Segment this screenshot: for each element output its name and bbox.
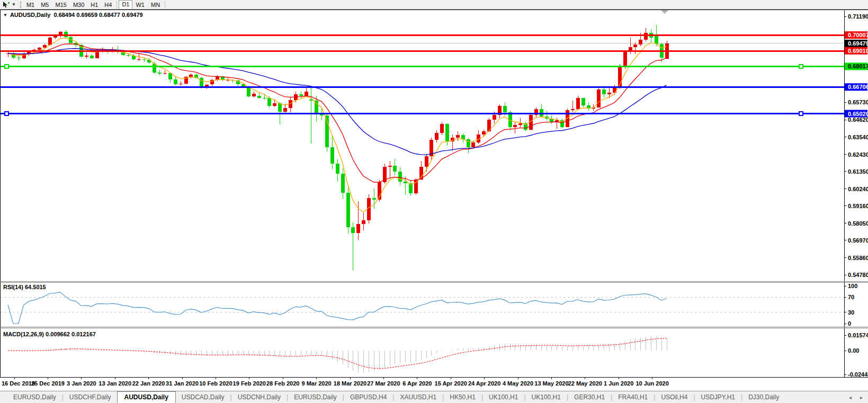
symbol-label: AUDUSD,Daily bbox=[10, 12, 50, 18]
svg-text:0.63540: 0.63540 bbox=[848, 134, 868, 140]
svg-text:0.56970: 0.56970 bbox=[848, 237, 868, 244]
svg-text:16 Dec 2019: 16 Dec 2019 bbox=[2, 380, 35, 387]
macd-name: MACD(12,26,9) bbox=[3, 331, 44, 337]
tab-usdchf-daily[interactable]: USDCHF,Daily bbox=[64, 392, 117, 402]
tab-usdjpy-h1[interactable]: USDJPY,H1 bbox=[695, 392, 741, 402]
timeframe-button-m5[interactable]: M5 bbox=[38, 1, 52, 9]
svg-text:0.55860: 0.55860 bbox=[848, 255, 868, 261]
svg-text:0.69479: 0.69479 bbox=[848, 40, 868, 47]
tabs-scroll-right-button[interactable]: ▸ bbox=[860, 395, 863, 400]
svg-text:18 Mar 2020: 18 Mar 2020 bbox=[334, 380, 366, 387]
tab-ger30-h1[interactable]: GER30,H1 bbox=[568, 392, 611, 402]
cursor-arrow-icon bbox=[2, 1, 11, 8]
svg-text:0.59160: 0.59160 bbox=[848, 203, 868, 209]
timeframe-button-m1[interactable]: M1 bbox=[23, 1, 38, 9]
svg-text:0.71190: 0.71190 bbox=[848, 13, 868, 20]
timeframe-group-daily: D1W1MN bbox=[119, 0, 163, 10]
tab-eurusd-daily[interactable]: EURUSD,Daily bbox=[7, 392, 62, 402]
svg-text:13 Jan 2020: 13 Jan 2020 bbox=[99, 380, 131, 387]
tab-uk100-h1[interactable]: UK100,H1 bbox=[483, 392, 524, 402]
svg-text:3 Jan 2020: 3 Jan 2020 bbox=[67, 380, 96, 387]
svg-text:30: 30 bbox=[848, 309, 854, 316]
chart-window[interactable]: 0.711900.679200.657300.646200.635400.624… bbox=[0, 10, 868, 391]
svg-text:0.54780: 0.54780 bbox=[848, 272, 868, 278]
svg-text:0.68017: 0.68017 bbox=[848, 63, 868, 69]
svg-text:24 Apr 2020: 24 Apr 2020 bbox=[468, 380, 500, 387]
rsi-value: 64.5015 bbox=[25, 284, 46, 290]
svg-text:-0.024412: -0.024412 bbox=[848, 371, 868, 378]
timeframe-button-m30[interactable]: M30 bbox=[70, 1, 87, 9]
svg-text:1 Jun 2020: 1 Jun 2020 bbox=[604, 380, 633, 387]
svg-text:13 May 2020: 13 May 2020 bbox=[534, 380, 568, 387]
svg-text:22 May 2020: 22 May 2020 bbox=[568, 380, 602, 387]
chevron-down-icon[interactable]: ▼ bbox=[12, 2, 16, 7]
tab-xauusd-h1[interactable]: XAUUSD,H1 bbox=[394, 392, 442, 402]
mt4-window: ▼ M1M5M15M30H1H4 D1W1MN 0.711900.679200.… bbox=[0, 0, 868, 403]
cursor-tool-button[interactable]: ▼ bbox=[0, 1, 18, 9]
tab-audusd-daily[interactable]: AUDUSD,Daily bbox=[117, 391, 176, 403]
svg-text:6 Apr 2020: 6 Apr 2020 bbox=[402, 380, 432, 387]
svg-text:0.58050: 0.58050 bbox=[848, 220, 868, 227]
timeframe-button-d1[interactable]: D1 bbox=[119, 0, 132, 10]
symbol-tab-bar: EURUSD,Daily|USDCHF,DailyAUDUSD,DailyUSD… bbox=[0, 391, 868, 403]
svg-text:0.015741: 0.015741 bbox=[848, 332, 868, 338]
macd-values: 0.009662 0.012167 bbox=[46, 331, 96, 337]
tab-scroll-buttons: ◂ ▸ bbox=[849, 395, 863, 400]
svg-text:0.60240: 0.60240 bbox=[848, 186, 868, 192]
symbol-tabs: EURUSD,Daily|USDCHF,DailyAUDUSD,DailyUSD… bbox=[7, 391, 785, 403]
svg-text:25 Dec 2019: 25 Dec 2019 bbox=[31, 380, 65, 387]
timeframe-button-mn[interactable]: MN bbox=[148, 1, 163, 9]
tab-fra40-h1[interactable]: FRA40,H1 bbox=[612, 392, 654, 402]
line-handle[interactable] bbox=[799, 65, 803, 68]
svg-text:31 Jan 2020: 31 Jan 2020 bbox=[166, 380, 199, 387]
svg-text:4 May 2020: 4 May 2020 bbox=[503, 380, 533, 387]
svg-text:9 Mar 2020: 9 Mar 2020 bbox=[301, 380, 331, 387]
rsi-label: RSI(14) 64.5015 bbox=[3, 284, 46, 290]
timeframe-button-h4[interactable]: H4 bbox=[101, 1, 115, 9]
svg-text:0.66706: 0.66706 bbox=[848, 84, 868, 90]
svg-text:0.64620: 0.64620 bbox=[848, 117, 868, 123]
toolbar: ▼ M1M5M15M30H1H4 D1W1MN bbox=[0, 0, 868, 10]
svg-text:0.00: 0.00 bbox=[848, 347, 859, 354]
line-handle[interactable] bbox=[5, 65, 8, 68]
timeframe-button-m15[interactable]: M15 bbox=[52, 1, 69, 9]
svg-text:0.65730: 0.65730 bbox=[848, 99, 868, 105]
svg-text:10 Feb 2020: 10 Feb 2020 bbox=[199, 380, 232, 387]
toolbar-separator bbox=[165, 1, 165, 8]
svg-text:0: 0 bbox=[848, 320, 851, 327]
tab-eurusd-daily[interactable]: EURUSD,Daily bbox=[288, 392, 343, 402]
tab-hk50-h1[interactable]: HK50,H1 bbox=[444, 392, 481, 402]
tab-usdcnh-daily[interactable]: USDCNH,Daily bbox=[232, 392, 287, 402]
tab-uk100-h1[interactable]: UK100,H1 bbox=[526, 392, 567, 402]
macd-label: MACD(12,26,9) 0.009662 0.012167 bbox=[3, 331, 96, 337]
tab-usoil-h4[interactable]: USOil,H4 bbox=[655, 392, 693, 402]
tab-gbpusd-h4[interactable]: GBPUSD,H4 bbox=[344, 392, 392, 402]
tabs-scroll-left-button[interactable]: ◂ bbox=[849, 395, 852, 400]
svg-text:0.70007: 0.70007 bbox=[848, 32, 868, 38]
svg-text:22 Jan 2020: 22 Jan 2020 bbox=[132, 380, 165, 387]
svg-text:0.69010: 0.69010 bbox=[848, 48, 868, 54]
svg-text:70: 70 bbox=[848, 294, 854, 300]
svg-text:27 Mar 2020: 27 Mar 2020 bbox=[367, 380, 400, 387]
timeframe-group-minutes: M1M5M15M30H1H4 bbox=[23, 1, 115, 9]
chart-canvas[interactable]: 0.711900.679200.657300.646200.635400.624… bbox=[0, 10, 868, 391]
svg-text:0.62430: 0.62430 bbox=[848, 151, 868, 158]
timeframe-button-w1[interactable]: W1 bbox=[132, 1, 148, 9]
timeframe-button-h1[interactable]: H1 bbox=[87, 1, 101, 9]
chart-title: ▼AUDUSD,Daily 0.68494 0.69659 0.68477 0.… bbox=[3, 12, 143, 18]
svg-text:28 Feb 2020: 28 Feb 2020 bbox=[266, 380, 299, 387]
svg-text:100: 100 bbox=[848, 283, 857, 289]
svg-text:19 Feb 2020: 19 Feb 2020 bbox=[233, 380, 266, 387]
expand-triangle-icon[interactable]: ▼ bbox=[3, 13, 7, 17]
toolbar-separator bbox=[117, 1, 117, 8]
tab-dj30-daily[interactable]: DJ30,Daily bbox=[742, 392, 785, 402]
svg-text:15 Apr 2020: 15 Apr 2020 bbox=[435, 380, 467, 387]
toolbar-grip bbox=[20, 2, 21, 8]
svg-text:0.65020: 0.65020 bbox=[848, 111, 868, 117]
svg-text:0.61350: 0.61350 bbox=[848, 168, 868, 175]
line-handle[interactable] bbox=[5, 112, 8, 115]
ohlc-values-text: 0.68494 0.69659 0.68477 0.69479 bbox=[53, 12, 142, 18]
tab-usdcad-daily[interactable]: USDCAD,Daily bbox=[176, 392, 230, 402]
line-handle[interactable] bbox=[799, 112, 803, 115]
svg-text:10 Jun 2020: 10 Jun 2020 bbox=[636, 380, 668, 387]
